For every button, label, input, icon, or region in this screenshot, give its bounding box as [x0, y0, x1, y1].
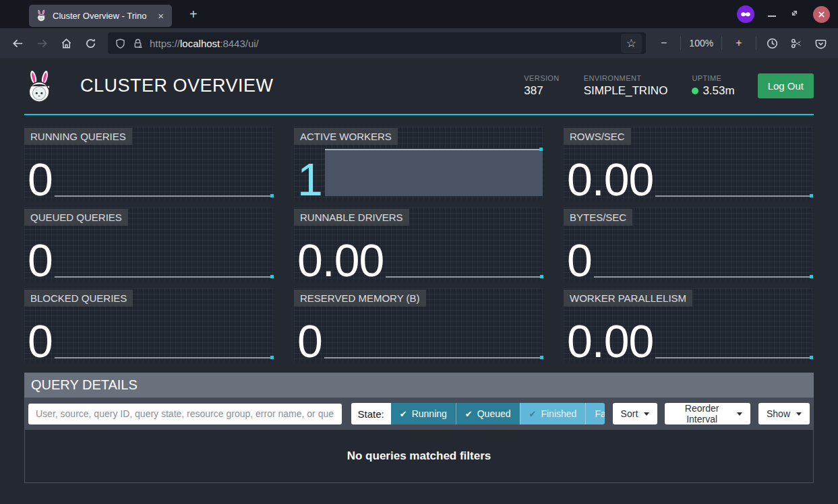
stat-tile-runnable-drivers: RUNNABLE DRIVERS 0.00	[294, 208, 544, 281]
stat-label: BLOCKED QUERIES	[24, 290, 133, 307]
divider	[756, 36, 756, 50]
forward-button[interactable]	[31, 32, 53, 54]
stat-label: WORKER PARALLELISM	[564, 290, 692, 307]
state-filter-label: State:	[351, 403, 391, 424]
zoom-in-button[interactable]: +	[730, 34, 747, 52]
stat-value: 0	[28, 160, 53, 199]
state-filter-finished[interactable]: ✔ Finished	[520, 403, 586, 424]
sparkline	[55, 195, 273, 197]
url-text[interactable]: https://localhost:8443/ui/	[150, 38, 621, 49]
browser-window: Cluster Overview - Trino × +	[0, 0, 838, 504]
url-host: localhost	[180, 38, 220, 49]
environment-info: ENVIRONMENT SIMPLE_TRINO	[584, 74, 668, 98]
browser-navbar: https://localhost:8443/ui/ ☆ − 100% +	[0, 28, 838, 58]
uptime-label: UPTIME	[692, 74, 734, 82]
window-close-button[interactable]	[813, 6, 830, 23]
stat-tile-worker-parallelism: WORKER PARALLELISM 0.00	[564, 288, 814, 362]
menu-hamburger-icon[interactable]	[835, 32, 838, 54]
sparkline	[55, 357, 273, 358]
stat-label: QUEUED QUERIES	[24, 209, 128, 226]
chevron-down-icon	[737, 412, 742, 416]
header-meta: VERSION 387 ENVIRONMENT SIMPLE_TRINO UPT…	[524, 74, 734, 98]
stat-label: RUNNING QUERIES	[24, 128, 132, 145]
stat-value: 0.00	[567, 322, 653, 360]
stat-value: 0.00	[297, 241, 384, 280]
check-icon: ✔	[465, 409, 473, 419]
new-tab-button[interactable]: +	[184, 5, 203, 24]
home-button[interactable]	[55, 32, 77, 54]
stat-value: 1	[297, 160, 322, 199]
environment-value: SIMPLE_TRINO	[584, 84, 668, 98]
window-controls	[737, 5, 830, 23]
stat-tile-rows-sec: ROWS/SEC 0.00	[564, 127, 814, 200]
divider	[721, 36, 722, 50]
state-filter-group: State: ✔ Running ✔ Queued ✔ Finished	[351, 403, 605, 424]
stat-tile-blocked-queries: BLOCKED QUERIES 0	[24, 288, 274, 362]
query-search-input[interactable]	[28, 404, 342, 424]
stat-value: 0	[28, 241, 53, 280]
sparkline	[386, 276, 543, 278]
sparkline	[55, 276, 273, 278]
stat-label: ACTIVE WORKERS	[294, 128, 398, 145]
url-bar[interactable]: https://localhost:8443/ui/ ☆	[108, 32, 646, 54]
trino-bunny-logo	[24, 69, 55, 104]
environment-label: ENVIRONMENT	[584, 74, 668, 82]
state-filter-queued[interactable]: ✔ Queued	[456, 403, 520, 424]
stat-label: RESERVED MEMORY (B)	[294, 290, 426, 307]
reorder-interval-dropdown[interactable]: Reorder Interval	[665, 403, 750, 424]
cluster-header: CLUSTER OVERVIEW VERSION 387 ENVIRONMENT…	[24, 58, 814, 115]
show-dropdown[interactable]: Show	[758, 403, 810, 424]
sparkline	[324, 357, 543, 358]
browser-tab[interactable]: Cluster Overview - Trino ×	[29, 5, 172, 27]
check-icon: ✔	[529, 409, 537, 419]
chevron-down-icon	[644, 412, 649, 416]
query-details-section: QUERY DETAILS State: ✔ Running ✔ Queued	[24, 373, 814, 483]
stat-value: 0	[297, 322, 322, 360]
check-icon: ✔	[400, 409, 407, 419]
stats-grid: RUNNING QUERIES 0 ACTIVE WORKERS 1 ROWS/…	[24, 127, 814, 362]
back-button[interactable]	[7, 32, 28, 54]
tracking-shield-icon[interactable]	[115, 38, 126, 49]
private-browsing-mask-icon[interactable]	[737, 5, 754, 23]
tab-close-icon[interactable]: ×	[155, 9, 167, 23]
screenshot-scissors-icon[interactable]	[786, 32, 808, 54]
url-scheme: https://	[150, 38, 180, 49]
trino-page: CLUSTER OVERVIEW VERSION 387 ENVIRONMENT…	[0, 58, 838, 504]
stat-value: 0	[28, 322, 53, 360]
stat-tile-active-workers: ACTIVE WORKERS 1	[294, 127, 544, 200]
sparkline-area	[325, 149, 543, 196]
stat-label: ROWS/SEC	[564, 128, 631, 145]
version-info: VERSION 387	[524, 74, 559, 98]
state-filter-running[interactable]: ✔ Running	[391, 403, 456, 424]
query-details-container: State: ✔ Running ✔ Queued ✔ Finished	[24, 398, 814, 483]
stat-value: 0.00	[567, 160, 653, 199]
sparkline	[594, 276, 812, 278]
sort-dropdown[interactable]: Sort	[613, 403, 658, 424]
minimize-button[interactable]	[768, 15, 776, 17]
zoom-controls: − 100% +	[655, 34, 748, 52]
sparkline	[655, 357, 812, 358]
pocket-icon[interactable]	[810, 32, 832, 54]
state-filter-failed-dropdown[interactable]: Failed	[585, 403, 604, 424]
logout-button[interactable]: Log Out	[758, 73, 814, 98]
reload-button[interactable]	[80, 32, 101, 54]
status-dot	[692, 88, 698, 94]
version-label: VERSION	[524, 74, 559, 82]
uptime-value: 3.53m	[692, 84, 734, 98]
history-clock-icon[interactable]	[762, 32, 783, 54]
bookmark-star-icon[interactable]: ☆	[621, 34, 642, 53]
browser-titlebar: Cluster Overview - Trino × +	[0, 0, 838, 28]
zoom-out-button[interactable]: −	[655, 34, 672, 52]
sparkline	[655, 195, 812, 197]
maximize-button[interactable]	[789, 8, 800, 21]
stat-tile-bytes-sec: BYTES/SEC 0	[564, 208, 814, 281]
zoom-level[interactable]: 100%	[689, 38, 713, 49]
stat-tile-reserved-memory: RESERVED MEMORY (B) 0	[294, 288, 544, 362]
page-title: CLUSTER OVERVIEW	[80, 75, 524, 96]
stat-value: 0	[567, 241, 592, 280]
uptime-info: UPTIME 3.53m	[692, 74, 734, 98]
stat-tile-running-queries: RUNNING QUERIES 0	[24, 127, 274, 200]
lock-warning-icon[interactable]	[132, 38, 144, 49]
stat-label: RUNNABLE DRIVERS	[294, 209, 409, 226]
stat-tile-queued-queries: QUEUED QUERIES 0	[24, 208, 274, 281]
